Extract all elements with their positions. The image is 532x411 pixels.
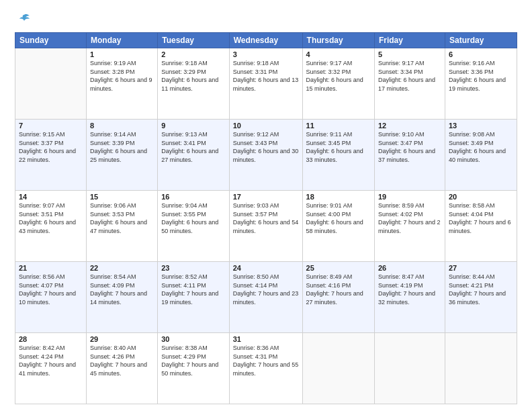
day-number: 1	[90, 50, 154, 58]
calendar-cell: 28Sunrise: 8:42 AMSunset: 4:24 PMDayligh…	[15, 333, 87, 404]
calendar-cell: 10Sunrise: 9:12 AMSunset: 3:43 PMDayligh…	[229, 120, 302, 191]
day-number: 22	[90, 264, 154, 272]
calendar-cell: 29Sunrise: 8:40 AMSunset: 4:26 PMDayligh…	[86, 333, 157, 404]
calendar-cell: 31Sunrise: 8:36 AMSunset: 4:31 PMDayligh…	[229, 333, 302, 404]
day-number: 18	[306, 193, 371, 201]
calendar-cell: 18Sunrise: 9:01 AMSunset: 4:00 PMDayligh…	[302, 191, 374, 262]
calendar-header-row: SundayMondayTuesdayWednesdayThursdayFrid…	[15, 33, 517, 48]
day-number: 11	[306, 122, 371, 130]
day-info: Sunrise: 8:50 AMSunset: 4:14 PMDaylight:…	[233, 273, 299, 306]
calendar-cell: 6Sunrise: 9:16 AMSunset: 3:36 PMDaylight…	[445, 48, 517, 120]
calendar-cell	[302, 333, 374, 404]
day-number: 23	[161, 264, 226, 272]
day-info: Sunrise: 8:59 AMSunset: 4:02 PMDaylight:…	[378, 201, 441, 235]
calendar-cell: 26Sunrise: 8:47 AMSunset: 4:19 PMDayligh…	[374, 262, 445, 333]
calendar-cell: 16Sunrise: 9:04 AMSunset: 3:55 PMDayligh…	[158, 191, 230, 262]
calendar-week-row: 7Sunrise: 9:15 AMSunset: 3:37 PMDaylight…	[15, 120, 517, 191]
day-info: Sunrise: 9:07 AMSunset: 3:51 PMDaylight:…	[19, 201, 83, 235]
calendar-cell: 22Sunrise: 8:54 AMSunset: 4:09 PMDayligh…	[86, 262, 157, 333]
day-info: Sunrise: 9:12 AMSunset: 3:43 PMDaylight:…	[233, 130, 299, 164]
day-number: 17	[233, 193, 299, 201]
calendar-cell	[15, 48, 87, 120]
calendar-cell: 7Sunrise: 9:15 AMSunset: 3:37 PMDaylight…	[15, 120, 87, 191]
day-info: Sunrise: 9:17 AMSunset: 3:32 PMDaylight:…	[306, 59, 371, 93]
calendar-cell: 27Sunrise: 8:44 AMSunset: 4:21 PMDayligh…	[445, 262, 517, 333]
day-number: 29	[90, 335, 154, 343]
page: SundayMondayTuesdayWednesdayThursdayFrid…	[0, 0, 532, 411]
day-number: 30	[161, 335, 226, 343]
weekday-header: Monday	[86, 33, 157, 48]
header	[15, 12, 517, 27]
day-info: Sunrise: 9:03 AMSunset: 3:57 PMDaylight:…	[233, 201, 299, 235]
day-info: Sunrise: 9:11 AMSunset: 3:45 PMDaylight:…	[306, 130, 371, 164]
weekday-header: Tuesday	[158, 33, 230, 48]
day-info: Sunrise: 8:49 AMSunset: 4:16 PMDaylight:…	[306, 273, 371, 306]
calendar-cell: 25Sunrise: 8:49 AMSunset: 4:16 PMDayligh…	[302, 262, 374, 333]
day-info: Sunrise: 9:01 AMSunset: 4:00 PMDaylight:…	[306, 201, 371, 235]
day-info: Sunrise: 8:52 AMSunset: 4:11 PMDaylight:…	[161, 273, 226, 306]
day-number: 15	[90, 193, 154, 201]
calendar-cell: 4Sunrise: 9:17 AMSunset: 3:32 PMDaylight…	[302, 48, 374, 120]
day-info: Sunrise: 9:19 AMSunset: 3:28 PMDaylight:…	[90, 59, 154, 93]
day-info: Sunrise: 9:14 AMSunset: 3:39 PMDaylight:…	[90, 130, 154, 164]
calendar-cell: 20Sunrise: 8:58 AMSunset: 4:04 PMDayligh…	[445, 191, 517, 262]
calendar-cell: 17Sunrise: 9:03 AMSunset: 3:57 PMDayligh…	[229, 191, 302, 262]
calendar-cell	[374, 333, 445, 404]
calendar-cell: 14Sunrise: 9:07 AMSunset: 3:51 PMDayligh…	[15, 191, 87, 262]
day-info: Sunrise: 8:40 AMSunset: 4:26 PMDaylight:…	[90, 344, 154, 377]
calendar-cell: 19Sunrise: 8:59 AMSunset: 4:02 PMDayligh…	[374, 191, 445, 262]
calendar-cell: 8Sunrise: 9:14 AMSunset: 3:39 PMDaylight…	[86, 120, 157, 191]
calendar-cell: 12Sunrise: 9:10 AMSunset: 3:47 PMDayligh…	[374, 120, 445, 191]
calendar-cell: 9Sunrise: 9:13 AMSunset: 3:41 PMDaylight…	[158, 120, 230, 191]
weekday-header: Thursday	[302, 33, 374, 48]
day-number: 20	[449, 193, 513, 201]
day-number: 9	[161, 122, 226, 130]
day-number: 6	[449, 50, 513, 58]
day-number: 19	[378, 193, 441, 201]
day-info: Sunrise: 9:15 AMSunset: 3:37 PMDaylight:…	[19, 130, 83, 164]
day-info: Sunrise: 8:36 AMSunset: 4:31 PMDaylight:…	[233, 344, 299, 377]
day-info: Sunrise: 8:44 AMSunset: 4:21 PMDaylight:…	[449, 273, 513, 306]
calendar-week-row: 14Sunrise: 9:07 AMSunset: 3:51 PMDayligh…	[15, 191, 517, 262]
day-number: 4	[306, 50, 371, 58]
weekday-header: Sunday	[15, 33, 87, 48]
day-number: 16	[161, 193, 226, 201]
day-number: 26	[378, 264, 441, 272]
day-info: Sunrise: 9:16 AMSunset: 3:36 PMDaylight:…	[449, 59, 513, 93]
calendar-cell: 1Sunrise: 9:19 AMSunset: 3:28 PMDaylight…	[86, 48, 157, 120]
day-number: 13	[449, 122, 513, 130]
calendar-cell: 3Sunrise: 9:18 AMSunset: 3:31 PMDaylight…	[229, 48, 302, 120]
day-info: Sunrise: 9:18 AMSunset: 3:31 PMDaylight:…	[233, 59, 299, 93]
day-info: Sunrise: 9:04 AMSunset: 3:55 PMDaylight:…	[161, 201, 226, 235]
weekday-header: Wednesday	[229, 33, 302, 48]
day-info: Sunrise: 9:10 AMSunset: 3:47 PMDaylight:…	[378, 130, 441, 164]
calendar-cell	[445, 333, 517, 404]
weekday-header: Friday	[374, 33, 445, 48]
day-number: 14	[19, 193, 83, 201]
calendar-cell: 15Sunrise: 9:06 AMSunset: 3:53 PMDayligh…	[86, 191, 157, 262]
day-number: 3	[233, 50, 299, 58]
logo-bird-icon	[16, 12, 31, 27]
day-info: Sunrise: 9:06 AMSunset: 3:53 PMDaylight:…	[90, 201, 154, 235]
weekday-header: Saturday	[445, 33, 517, 48]
calendar: SundayMondayTuesdayWednesdayThursdayFrid…	[15, 32, 517, 404]
day-info: Sunrise: 9:13 AMSunset: 3:41 PMDaylight:…	[161, 130, 226, 164]
day-number: 27	[449, 264, 513, 272]
calendar-cell: 21Sunrise: 8:56 AMSunset: 4:07 PMDayligh…	[15, 262, 87, 333]
day-info: Sunrise: 8:47 AMSunset: 4:19 PMDaylight:…	[378, 273, 441, 306]
day-number: 7	[19, 122, 83, 130]
day-number: 8	[90, 122, 154, 130]
calendar-cell: 24Sunrise: 8:50 AMSunset: 4:14 PMDayligh…	[229, 262, 302, 333]
calendar-week-row: 21Sunrise: 8:56 AMSunset: 4:07 PMDayligh…	[15, 262, 517, 333]
calendar-cell: 30Sunrise: 8:38 AMSunset: 4:29 PMDayligh…	[158, 333, 230, 404]
calendar-cell: 2Sunrise: 9:18 AMSunset: 3:29 PMDaylight…	[158, 48, 230, 120]
calendar-week-row: 28Sunrise: 8:42 AMSunset: 4:24 PMDayligh…	[15, 333, 517, 404]
day-number: 31	[233, 335, 299, 343]
calendar-cell: 23Sunrise: 8:52 AMSunset: 4:11 PMDayligh…	[158, 262, 230, 333]
day-info: Sunrise: 8:42 AMSunset: 4:24 PMDaylight:…	[19, 344, 83, 377]
day-number: 28	[19, 335, 83, 343]
day-number: 12	[378, 122, 441, 130]
day-info: Sunrise: 9:08 AMSunset: 3:49 PMDaylight:…	[449, 130, 513, 164]
day-info: Sunrise: 8:58 AMSunset: 4:04 PMDaylight:…	[449, 201, 513, 235]
day-number: 24	[233, 264, 299, 272]
